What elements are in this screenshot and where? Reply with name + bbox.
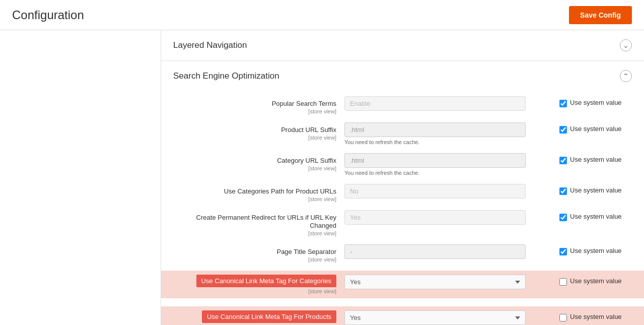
field-select-use-categories-path[interactable]: NoYes	[344, 184, 526, 199]
field-system-label-canonical-link-products: Use system value	[570, 313, 622, 320]
field-system-col-canonical-link-products: Use system value	[551, 310, 632, 321]
field-sublabel-create-permanent-redirect: [store view]	[173, 230, 336, 236]
field-label-col-page-title-separator: Page Title Separator[store view]	[173, 244, 344, 263]
field-system-label-use-categories-path: Use system value	[570, 186, 622, 194]
field-label-col-canonical-link-products: Use Canonical Link Meta Tag For Products…	[173, 310, 344, 325]
field-system-checkbox-category-url-suffix[interactable]	[559, 157, 567, 164]
field-control-col-canonical-link-products: YesNo	[344, 310, 551, 325]
field-input-product-url-suffix[interactable]	[344, 122, 526, 137]
field-system-checkbox-page-title-separator[interactable]	[559, 248, 567, 255]
field-system-label-category-url-suffix: Use system value	[570, 156, 622, 163]
field-label-popular-search-terms: Popular Search Terms	[272, 100, 336, 107]
section-layered-navigation: Layered Navigation⌄	[161, 30, 644, 61]
config-row-create-permanent-redirect: Create Permanent Redirect for URLs if UR…	[173, 210, 632, 236]
field-control-col-popular-search-terms: EnableDisable	[344, 96, 551, 111]
field-system-col-use-categories-path: Use system value	[551, 184, 632, 195]
field-label-page-title-separator: Page Title Separator	[276, 248, 336, 255]
field-control-col-canonical-link-categories: YesNo	[344, 275, 551, 289]
field-system-label-canonical-link-categories: Use system value	[570, 277, 622, 285]
content-area: Layered Navigation⌄Search Engine Optimiz…	[161, 30, 644, 325]
save-config-button[interactable]: Save Config	[569, 6, 632, 24]
page-title: Configuration	[12, 8, 84, 22]
field-system-checkbox-create-permanent-redirect[interactable]	[559, 214, 567, 221]
section-header-layered-navigation[interactable]: Layered Navigation⌄	[161, 30, 644, 60]
field-system-checkbox-canonical-link-products[interactable]	[559, 314, 567, 321]
field-label-col-popular-search-terms: Popular Search Terms[store view]	[173, 96, 344, 114]
field-control-col-category-url-suffix: You need to refresh the cache.	[344, 153, 551, 176]
field-system-label-product-url-suffix: Use system value	[570, 125, 622, 133]
field-system-label-page-title-separator: Use system value	[570, 247, 622, 254]
field-system-col-create-permanent-redirect: Use system value	[551, 210, 632, 221]
section-body-search-engine-optimization: Popular Search Terms[store view]EnableDi…	[161, 91, 644, 325]
config-row-canonical-link-categories: Use Canonical Link Meta Tag For Categori…	[161, 271, 644, 298]
sidebar	[0, 30, 161, 325]
config-row-canonical-link-products: Use Canonical Link Meta Tag For Products…	[161, 306, 644, 325]
field-select-popular-search-terms[interactable]: EnableDisable	[344, 96, 526, 111]
field-input-page-title-separator[interactable]	[344, 244, 526, 259]
field-select-create-permanent-redirect[interactable]: YesNo	[344, 210, 526, 225]
section-header-search-engine-optimization[interactable]: Search Engine Optimization⌃	[161, 61, 644, 91]
config-row-product-url-suffix: Product URL Suffix[store view]You need t…	[173, 122, 632, 145]
field-sublabel-popular-search-terms: [store view]	[173, 108, 336, 114]
field-system-col-popular-search-terms: Use system value	[551, 96, 632, 107]
section-title-layered-navigation: Layered Navigation	[173, 40, 247, 50]
field-system-checkbox-product-url-suffix[interactable]	[559, 126, 567, 134]
field-note-product-url-suffix: You need to refresh the cache.	[344, 139, 551, 145]
main-content: Layered Navigation⌄Search Engine Optimiz…	[0, 30, 644, 325]
field-sublabel-canonical-link-categories: [store view]	[173, 288, 336, 294]
section-search-engine-optimization: Search Engine Optimization⌃Popular Searc…	[161, 61, 644, 325]
field-system-checkbox-use-categories-path[interactable]	[559, 187, 567, 195]
field-label-category-url-suffix: Category URL Suffix	[277, 157, 336, 164]
field-system-col-canonical-link-categories: Use system value	[551, 275, 632, 286]
field-sublabel-page-title-separator: [store view]	[173, 256, 336, 263]
field-label-create-permanent-redirect: Create Permanent Redirect for URLs if UR…	[196, 214, 336, 229]
page-header: Configuration Save Config	[0, 0, 644, 30]
field-select-canonical-link-products[interactable]: YesNo	[344, 310, 526, 325]
field-control-col-use-categories-path: NoYes	[344, 184, 551, 199]
field-label-col-use-categories-path: Use Categories Path for Product URLs[sto…	[173, 184, 344, 202]
field-label-use-categories-path: Use Categories Path for Product URLs	[224, 187, 336, 195]
section-title-search-engine-optimization: Search Engine Optimization	[173, 71, 279, 81]
field-label-canonical-link-categories: Use Canonical Link Meta Tag For Categori…	[196, 275, 336, 287]
field-control-col-product-url-suffix: You need to refresh the cache.	[344, 122, 551, 145]
field-control-col-create-permanent-redirect: YesNo	[344, 210, 551, 225]
field-label-canonical-link-products: Use Canonical Link Meta Tag For Products	[202, 310, 336, 323]
field-sublabel-product-url-suffix: [store view]	[173, 135, 336, 141]
config-row-popular-search-terms: Popular Search Terms[store view]EnableDi…	[173, 96, 632, 114]
field-sublabel-category-url-suffix: [store view]	[173, 165, 336, 171]
config-row-category-url-suffix: Category URL Suffix[store view]You need …	[173, 153, 632, 176]
field-label-product-url-suffix: Product URL Suffix	[281, 126, 336, 134]
field-label-col-category-url-suffix: Category URL Suffix[store view]	[173, 153, 344, 171]
config-row-use-categories-path: Use Categories Path for Product URLs[sto…	[173, 184, 632, 202]
section-toggle-search-engine-optimization[interactable]: ⌃	[620, 70, 632, 82]
section-toggle-layered-navigation[interactable]: ⌄	[620, 39, 632, 51]
field-system-checkbox-popular-search-terms[interactable]	[559, 100, 567, 107]
field-label-col-product-url-suffix: Product URL Suffix[store view]	[173, 122, 344, 141]
field-input-category-url-suffix[interactable]	[344, 153, 526, 168]
field-sublabel-use-categories-path: [store view]	[173, 196, 336, 202]
field-label-col-create-permanent-redirect: Create Permanent Redirect for URLs if UR…	[173, 210, 344, 236]
field-system-checkbox-canonical-link-categories[interactable]	[559, 278, 567, 286]
field-system-label-create-permanent-redirect: Use system value	[570, 213, 622, 220]
field-note-category-url-suffix: You need to refresh the cache.	[344, 170, 551, 176]
field-system-col-category-url-suffix: Use system value	[551, 153, 632, 164]
field-label-col-canonical-link-categories: Use Canonical Link Meta Tag For Categori…	[173, 275, 344, 294]
field-system-col-page-title-separator: Use system value	[551, 244, 632, 255]
field-control-col-page-title-separator	[344, 244, 551, 259]
config-row-page-title-separator: Page Title Separator[store view]Use syst…	[173, 244, 632, 263]
field-select-canonical-link-categories[interactable]: YesNo	[344, 275, 526, 289]
field-system-label-popular-search-terms: Use system value	[570, 99, 622, 106]
field-system-col-product-url-suffix: Use system value	[551, 122, 632, 134]
